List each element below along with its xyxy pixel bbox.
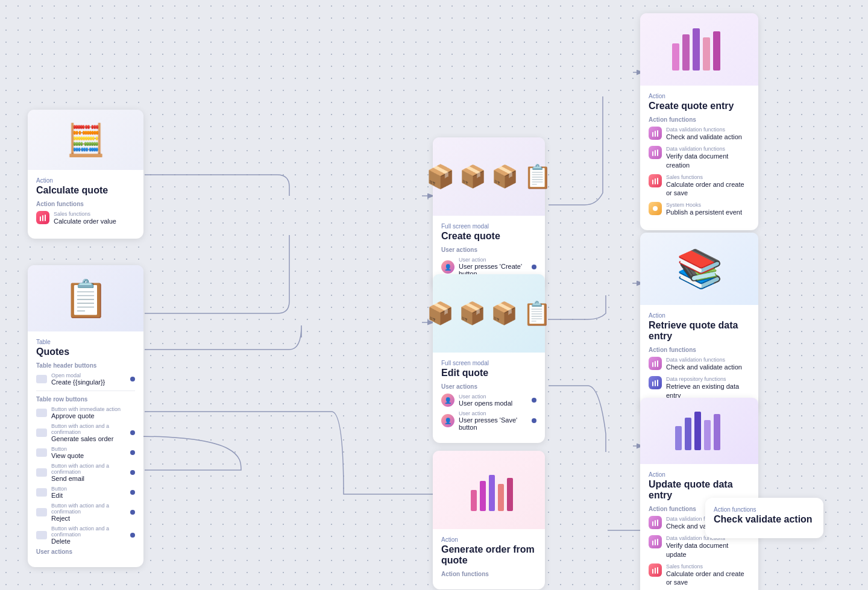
svg-rect-13: [507, 478, 513, 511]
svg-rect-16: [693, 28, 700, 71]
svg-rect-26: [655, 178, 656, 184]
create-quote-entry-tag: Action: [649, 93, 750, 99]
uq-func-sub-3: Sales functions: [666, 563, 750, 570]
svg-rect-22: [652, 151, 653, 156]
uq-func-name-3: Calculate order and create or save: [666, 570, 750, 587]
svg-rect-31: [657, 360, 658, 367]
btn-icon-view: [36, 448, 47, 457]
calculate-quote-tag: Action: [36, 177, 135, 184]
rq-func-sub-2: Data repository functions: [666, 376, 750, 382]
edit-quote-modal-image: 📦 📦 📦 📋: [433, 274, 545, 353]
generate-order-tag: Action: [441, 536, 536, 543]
cqe-func-name-3: Calculate order and create or save: [666, 180, 750, 198]
btn-dot-generate: [130, 430, 135, 435]
update-quote-image: [640, 398, 758, 464]
cqe-func-name-1: Check and validate action: [666, 133, 742, 141]
create-quote-modal-title: Create quote: [441, 231, 536, 242]
ua-sub-edit-1: User action: [459, 394, 527, 400]
svg-rect-34: [657, 380, 658, 386]
generate-order-image: [433, 451, 545, 529]
check-validate-title: Check validate action: [714, 514, 815, 525]
ua-dot-create-1: [532, 265, 536, 269]
cqe-func-sub-3: Sales functions: [666, 174, 750, 180]
btn-dot-delete: [130, 533, 135, 538]
svg-rect-39: [714, 414, 720, 450]
svg-rect-12: [498, 484, 504, 511]
header-btn-create: Open modal Create {{singular}}: [36, 372, 135, 386]
uq-func-3: Sales functions Calculate order and crea…: [649, 563, 750, 587]
calculate-quote-card: 🧮 Action Calculate quote Action function…: [28, 110, 143, 239]
uq-func-2: Data validation functions Verify data do…: [649, 535, 750, 559]
retrieve-quote-image: 📚: [640, 233, 758, 305]
rq-func-1: Data validation functions Check and vali…: [649, 357, 750, 371]
func-name-1: Calculate order value: [54, 217, 116, 225]
svg-rect-11: [489, 475, 495, 511]
svg-rect-18: [713, 31, 720, 71]
create-quote-entry-card: Action Create quote entry Action functio…: [640, 13, 758, 230]
svg-rect-48: [657, 567, 658, 574]
svg-rect-24: [657, 149, 658, 156]
quotes-table-title: Quotes: [36, 347, 135, 357]
btn-sub-approve: Button with immediate action: [51, 406, 135, 412]
svg-rect-21: [657, 130, 658, 137]
generate-order-functions-label: Action functions: [441, 571, 536, 577]
retrieve-quote-functions-label: Action functions: [649, 347, 750, 353]
cqe-func-icon-2: [649, 146, 662, 159]
cqe-func-3: Sales functions Calculate order and crea…: [649, 174, 750, 198]
svg-point-28: [653, 206, 658, 211]
ua-sub-create-1: User action: [459, 257, 527, 263]
ua-dot-edit-1: [532, 398, 536, 403]
row-btn-generate: Button with action and a confirmation Ge…: [36, 423, 135, 442]
btn-sub-reject: Button with action and a confirmation: [51, 503, 126, 515]
btn-sub-view: Button: [51, 446, 126, 452]
svg-rect-40: [652, 521, 653, 526]
edit-quote-modal-title: Edit quote: [441, 368, 536, 378]
check-validate-card: Action functions Check validate action: [705, 498, 823, 538]
rq-func-icon-1: [649, 357, 662, 370]
svg-rect-29: [652, 362, 653, 367]
edit-quote-modal-tag: Full screen modal: [441, 360, 536, 366]
generate-order-title: Generate order from quote: [441, 544, 536, 566]
btn-icon-reject: [36, 508, 47, 516]
cqe-func-sub-1: Data validation functions: [666, 127, 742, 133]
generate-order-card: Action Generate order from quote Action …: [433, 451, 545, 589]
uq-func-icon-2: [649, 535, 662, 548]
btn-icon-generate: [36, 428, 47, 437]
cqe-func-1: Data validation functions Check and vali…: [649, 127, 750, 141]
btn-sub-edit: Button: [51, 486, 126, 492]
svg-rect-33: [655, 380, 656, 386]
ua-icon-create-1: 👤: [441, 260, 454, 274]
calculate-quote-title: Calculate quote: [36, 185, 135, 196]
btn-name-delete: Delete: [51, 538, 126, 545]
svg-rect-45: [657, 539, 658, 545]
svg-rect-15: [682, 34, 690, 71]
rq-func-name-1: Check and validate action: [666, 363, 742, 371]
retrieve-quote-card: 📚 Action Retrieve quote data entry Actio…: [640, 233, 758, 413]
svg-rect-35: [675, 426, 682, 450]
btn-name-generate: Generate sales order: [51, 435, 126, 442]
btn-sub-email: Button with action and a confirmation: [51, 463, 126, 475]
svg-rect-17: [703, 37, 710, 71]
cqe-func-name-4: Publish a persistent event: [666, 208, 742, 216]
create-quote-entry-title: Create quote entry: [649, 101, 750, 111]
btn-dot-email: [130, 470, 135, 475]
svg-rect-10: [480, 481, 486, 511]
header-buttons-label: Table header buttons: [36, 362, 135, 369]
create-quote-entry-functions-label: Action functions: [649, 116, 750, 123]
cqe-func-sub-2: Data validation functions: [666, 146, 750, 152]
svg-rect-23: [655, 150, 656, 156]
btn-dot-edit: [130, 490, 135, 495]
ua-icon-edit-1: 👤: [441, 394, 454, 407]
cqe-func-icon-3: [649, 174, 662, 187]
row-btn-delete: Button with action and a confirmation De…: [36, 526, 135, 545]
svg-rect-36: [685, 418, 691, 450]
svg-rect-25: [652, 180, 653, 184]
svg-rect-6: [40, 216, 41, 221]
svg-rect-32: [652, 381, 653, 386]
svg-rect-27: [657, 178, 658, 184]
quotes-table-image: 📋: [28, 265, 143, 331]
row-btn-reject: Button with action and a confirmation Re…: [36, 503, 135, 522]
ua-edit-2: 👤 User action User presses 'Save' button: [441, 410, 536, 431]
btn-icon-delete: [36, 531, 47, 539]
svg-rect-20: [655, 131, 656, 137]
